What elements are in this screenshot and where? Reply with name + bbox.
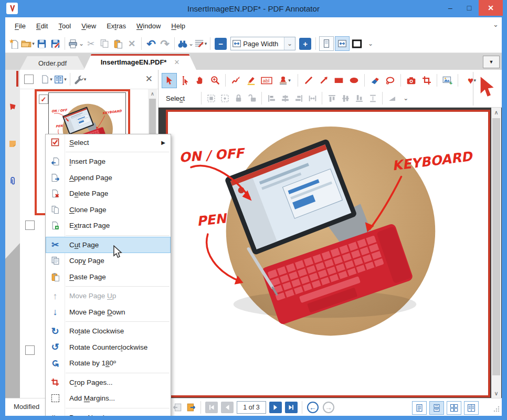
stamp-dropdown-icon[interactable]: ▾ xyxy=(288,78,291,83)
page-1-checkbox[interactable]: ✓ xyxy=(39,94,48,104)
menu-item-delete-page[interactable]: Delete Page xyxy=(46,186,171,202)
menu-item-rotate-180[interactable]: ↺ Rotate by 180º xyxy=(46,355,171,372)
canvas-scrollbar[interactable]: ∧ ∨ xyxy=(491,108,501,398)
tab-bookmarks[interactable] xyxy=(5,95,20,119)
goto-dropdown-icon[interactable]: ▾ xyxy=(205,41,207,46)
eraser-tool-button[interactable] xyxy=(367,73,383,88)
line-tool-button[interactable] xyxy=(301,73,316,88)
menu-item-rotate-clockwise[interactable]: ↻ Rotate Clockwise xyxy=(46,323,171,340)
pdf-page[interactable] xyxy=(166,110,490,397)
menu-item-move-page-up[interactable]: ↑ Move Page Up xyxy=(46,288,171,304)
paste-button[interactable] xyxy=(111,36,125,51)
layout-single-page-button[interactable] xyxy=(412,401,427,415)
redo-button[interactable]: ↷ xyxy=(158,36,172,51)
first-page-button[interactable] xyxy=(205,402,218,413)
open-button[interactable]: ▾ xyxy=(21,36,35,51)
align-left-button[interactable] xyxy=(265,92,278,104)
lasso-tool-button[interactable] xyxy=(383,73,398,88)
select-tool-button[interactable] xyxy=(162,73,177,88)
tab-attachments[interactable] xyxy=(5,169,20,193)
print-dropdown-icon[interactable]: ⌄ xyxy=(79,40,84,47)
align-right-button[interactable] xyxy=(292,92,305,104)
zoom-level-select[interactable]: Page Width ⌄ xyxy=(230,37,295,50)
menu-item-append-page[interactable]: Append Page xyxy=(46,170,171,186)
unlock-button[interactable] xyxy=(245,92,259,104)
resize-grip[interactable] xyxy=(493,405,500,414)
maximize-button[interactable]: □ xyxy=(460,0,479,16)
flatten-button[interactable] xyxy=(385,92,399,104)
previous-view-button[interactable] xyxy=(171,400,184,415)
last-page-button[interactable] xyxy=(285,402,298,413)
tab-close-icon[interactable]: ✕ xyxy=(174,58,179,66)
layout-options-button[interactable]: ▾ xyxy=(54,72,67,87)
minimize-button[interactable]: – xyxy=(441,0,460,16)
distribute-horizontal-button[interactable] xyxy=(305,92,319,104)
menubar-overflow-icon[interactable]: ⌄ xyxy=(493,20,499,28)
menu-item-page-numbers[interactable]: #+ Page Numbers... xyxy=(46,410,171,416)
settings-button[interactable]: ▾ xyxy=(73,72,87,87)
menu-item-extract-page[interactable]: Extract Page xyxy=(46,218,171,234)
more-options-button[interactable]: ⌄ xyxy=(399,92,413,104)
goto-annotation-button[interactable]: ▾ xyxy=(194,36,207,51)
tab-insertimageen-pdf[interactable]: InsertImageEN.PDF* ✕ xyxy=(84,54,196,70)
distribute-vertical-button[interactable] xyxy=(366,92,379,104)
layout-continuous-button[interactable] xyxy=(429,401,444,415)
fit-page-button[interactable] xyxy=(319,36,334,51)
page-indicator[interactable]: 1 of 3 xyxy=(237,401,266,414)
align-center-button[interactable] xyxy=(278,92,292,104)
save-as-button[interactable] xyxy=(48,36,62,51)
find-button[interactable]: ⌄ xyxy=(177,36,194,51)
layout-two-pages-button[interactable] xyxy=(447,401,461,415)
canvas-scroll-down-icon[interactable]: ∨ xyxy=(491,388,501,398)
save-button[interactable] xyxy=(35,36,48,51)
pen-tool-button[interactable] xyxy=(228,73,244,88)
canvas-scrollbar-thumb[interactable] xyxy=(492,118,500,375)
menu-item-clone-page[interactable]: Clone Page xyxy=(46,202,171,218)
menu-view[interactable]: View xyxy=(76,20,101,32)
menu-edit[interactable]: Edit xyxy=(31,20,53,32)
align-middle-button[interactable] xyxy=(339,92,352,104)
select-all-checkbox[interactable] xyxy=(24,75,34,84)
next-page-button[interactable] xyxy=(269,402,282,413)
text-select-tool-button[interactable] xyxy=(177,73,192,88)
align-bottom-button[interactable] xyxy=(352,92,366,104)
menu-item-rotate-counterclockwise[interactable]: ↺ Rotate Counterclockwise xyxy=(46,339,171,355)
menu-help[interactable]: Help xyxy=(166,20,191,32)
find-dropdown-icon[interactable]: ⌄ xyxy=(188,40,194,47)
canvas-scroll-up-icon[interactable]: ∧ xyxy=(491,108,501,117)
insert-image-button[interactable]: + xyxy=(440,73,455,88)
new-document-button[interactable] xyxy=(7,36,21,51)
forward-view-button[interactable]: → xyxy=(323,402,334,413)
page-3-checkbox[interactable] xyxy=(25,345,35,355)
pan-tool-button[interactable] xyxy=(192,73,207,88)
zoom-out-button[interactable]: − xyxy=(215,38,227,50)
menu-window[interactable]: Window xyxy=(131,20,166,32)
lock-button[interactable] xyxy=(231,92,245,104)
zoom-dropdown-icon[interactable]: ⌄ xyxy=(284,37,295,50)
zoom-in-button[interactable]: + xyxy=(299,38,311,50)
print-button[interactable]: ⌄ xyxy=(68,36,84,51)
snapshot-tool-button[interactable] xyxy=(404,73,419,88)
align-top-button[interactable] xyxy=(325,92,339,104)
menu-item-crop-pages[interactable]: Crop Pages... xyxy=(46,374,171,391)
deselect-annotations-button[interactable] xyxy=(218,92,231,104)
full-screen-button[interactable] xyxy=(350,36,364,51)
zoom-tool-button[interactable] xyxy=(207,73,223,88)
menu-item-paste-page[interactable]: Paste Page xyxy=(46,269,171,285)
sidebar-close-button[interactable]: ✕ xyxy=(145,74,153,85)
rectangle-tool-button[interactable] xyxy=(331,73,346,88)
menu-item-insert-page[interactable]: Insert Page xyxy=(46,154,171,170)
crop-tool-button[interactable] xyxy=(419,73,434,88)
text-box-tool-button[interactable]: abl xyxy=(259,73,274,88)
menu-item-add-margins[interactable]: Add Margins... xyxy=(46,391,171,407)
close-button[interactable]: ✕ xyxy=(479,0,503,16)
sidebar-scroll-up-icon[interactable]: ∧ xyxy=(148,89,157,98)
stamp-tool-button[interactable]: ▾ xyxy=(274,73,295,88)
arrow-tool-button[interactable] xyxy=(316,73,331,88)
menu-item-select[interactable]: Select ▶ xyxy=(46,134,171,151)
tab-list-dropdown[interactable]: ▼ xyxy=(483,56,500,68)
page-actions-button[interactable]: ▾ xyxy=(40,72,54,87)
menu-item-copy-page[interactable]: Copy Page xyxy=(46,253,171,269)
menu-tool[interactable]: Tool xyxy=(53,20,76,32)
fit-width-button[interactable] xyxy=(335,36,350,51)
